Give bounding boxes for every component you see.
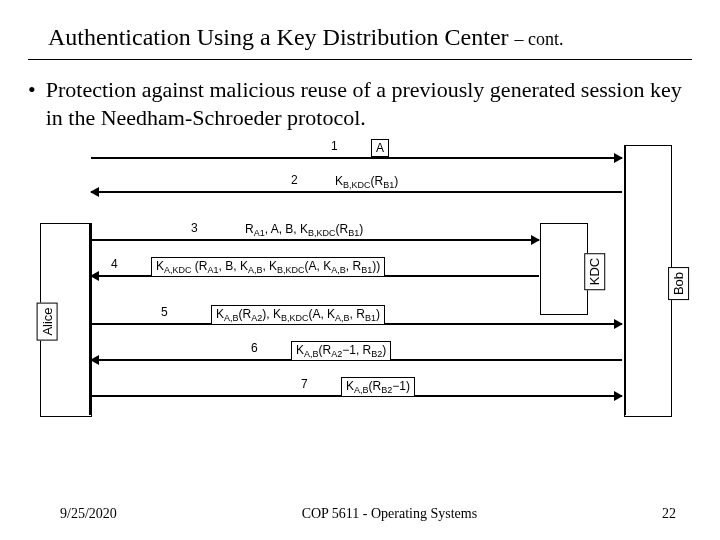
msg-4-label: KA,KDC (RA1, B, KA,B, KB,KDC(A, KA,B, RB… <box>151 257 385 277</box>
alice-lifeline <box>89 223 91 415</box>
msg-5-num: 5 <box>161 305 168 319</box>
bob-label: Bob <box>668 267 689 300</box>
bob-frame <box>624 145 672 417</box>
msg-3-arrow: 3 RA1, A, B, KB,KDC(RB1) <box>91 239 539 241</box>
msg-7-arrow: 7 KA,B(RB2−1) <box>91 395 622 397</box>
msg-7-label: KA,B(RB2−1) <box>341 377 415 397</box>
footer-page: 22 <box>662 506 676 522</box>
title-main: Authentication Using a Key Distribution … <box>48 24 509 50</box>
footer-date: 9/25/2020 <box>60 506 117 522</box>
title-cont: – cont. <box>515 29 564 49</box>
kdc-label: KDC <box>584 253 605 290</box>
msg-6-num: 6 <box>251 341 258 355</box>
slide-title: Authentication Using a Key Distribution … <box>0 0 720 55</box>
msg-5-arrow: 5 KA,B(RA2), KB,KDC(A, KA,B, RB1) <box>91 323 622 325</box>
msg-5-label: KA,B(RA2), KB,KDC(A, KA,B, RB1) <box>211 305 385 325</box>
msg-3-num: 3 <box>191 221 198 235</box>
msg-1-arrow: 1 A <box>91 157 622 159</box>
bullet-dot-icon: • <box>28 76 46 131</box>
msg-6-label: KA,B(RA2−1, RB2) <box>291 341 391 361</box>
bob-lifeline <box>624 145 626 415</box>
kdc-frame <box>540 223 588 315</box>
msg-4-arrow: 4 KA,KDC (RA1, B, KA,B, KB,KDC(A, KA,B, … <box>91 275 539 277</box>
slide-footer: 9/25/2020 COP 5611 - Operating Systems 2… <box>0 506 720 522</box>
msg-1-label: A <box>371 139 389 157</box>
msg-6-arrow: 6 KA,B(RA2−1, RB2) <box>91 359 622 361</box>
bullet-text: Protection against malicious reuse of a … <box>46 76 700 131</box>
msg-2-label: KB,KDC(RB1) <box>331 173 402 191</box>
msg-3-label: RA1, A, B, KB,KDC(RB1) <box>241 221 367 239</box>
msg-1-num: 1 <box>331 139 338 153</box>
msg-7-num: 7 <box>301 377 308 391</box>
bullet-item: • Protection against malicious reuse of … <box>0 60 720 131</box>
msg-2-num: 2 <box>291 173 298 187</box>
msg-2-arrow: 2 KB,KDC(RB1) <box>91 191 622 193</box>
msg-4-num: 4 <box>111 257 118 271</box>
footer-course: COP 5611 - Operating Systems <box>302 506 478 522</box>
protocol-diagram: Alice KDC Bob 1 A 2 KB,KDC(RB1) 3 RA1, A… <box>20 145 700 445</box>
alice-label: Alice <box>37 302 58 340</box>
